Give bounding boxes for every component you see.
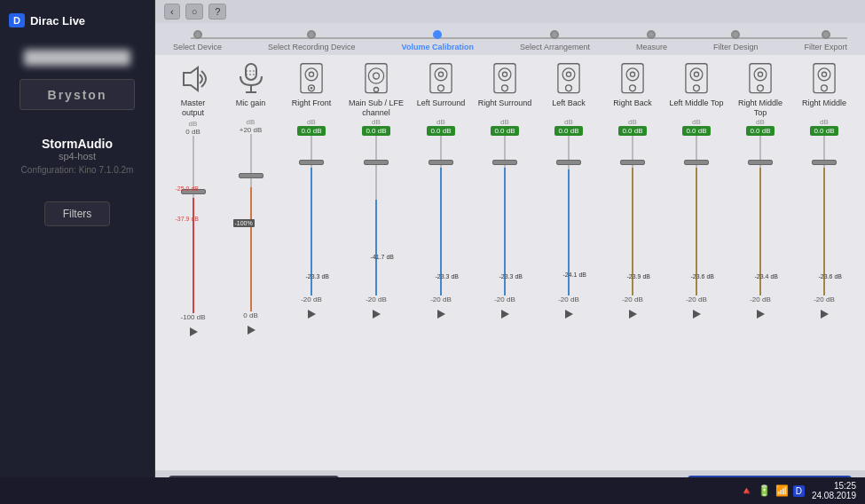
svg-point-41 [694, 72, 698, 76]
svg-marker-33 [565, 310, 573, 319]
svg-point-30 [562, 68, 575, 81]
svg-point-31 [566, 72, 570, 76]
step-dot-6 [731, 30, 740, 39]
mic-handle[interactable] [239, 173, 263, 178]
mic-bottom-db: 0 dB [243, 311, 257, 319]
step-select-device[interactable]: Select Device [173, 30, 222, 51]
right-middle-play[interactable] [819, 307, 830, 323]
sub-lfe-value: 0.0 dB [362, 126, 389, 136]
master-db-icon: dB [189, 120, 198, 128]
sub-lfe-speaker-icon [358, 61, 394, 97]
svg-point-27 [502, 85, 508, 91]
svg-point-9 [305, 68, 318, 81]
left-surround-name: Left Surround [417, 98, 466, 118]
left-surround-play[interactable] [436, 307, 446, 323]
step-measure[interactable]: Measure [636, 30, 667, 51]
right-middle-fader[interactable]: -23.6 dB [806, 136, 842, 295]
right-middle-top-icon [743, 61, 778, 97]
step-label-2: Select Recording Device [268, 43, 356, 51]
svg-point-52 [822, 85, 828, 91]
right-surround-play[interactable] [499, 307, 510, 323]
step-dot-3 [433, 30, 442, 39]
svg-point-16 [374, 73, 380, 79]
master-play[interactable] [188, 325, 199, 341]
left-middle-top-value: 0.0 dB [682, 126, 710, 136]
svg-point-15 [368, 68, 383, 83]
right-middle-top-fader[interactable]: -23.4 dB [743, 136, 778, 295]
svg-marker-13 [308, 310, 316, 319]
right-middle-top-value: 0.0 dB [746, 126, 774, 136]
left-back-play[interactable] [563, 307, 574, 323]
step-dot-2 [307, 30, 316, 39]
sub-lfe-fader[interactable]: -41.7 dB [358, 136, 394, 295]
master-speaker-icon [176, 61, 211, 97]
mic-fill [250, 187, 252, 311]
step-dot-1 [193, 30, 202, 39]
help-button[interactable]: ? [208, 4, 226, 20]
left-middle-top-fader[interactable]: -23.6 dB [679, 136, 714, 295]
right-back-value: 0.0 dB [618, 126, 646, 136]
right-back-play[interactable] [627, 307, 638, 323]
step-volume-calibration[interactable]: Volume Calibration [402, 30, 474, 51]
right-middle-top-play[interactable] [755, 307, 766, 323]
right-surround-name: Right Surround [478, 98, 532, 118]
mic-icon [233, 61, 269, 97]
home-button[interactable]: ○ [185, 4, 204, 20]
master-bottom-db: -100 dB [180, 313, 205, 321]
svg-point-35 [626, 68, 639, 81]
channel-right-surround: Right Surround dB 0.0 dB -23.3 dB -20 dB [473, 59, 537, 325]
left-back-name: Left Back [552, 98, 586, 118]
svg-marker-18 [373, 310, 381, 319]
main-content: ‹ ○ ? Select Device Select Recording Dev… [155, 0, 865, 504]
left-surround-fader[interactable]: -23.3 dB [423, 136, 459, 295]
svg-point-22 [438, 85, 444, 91]
svg-point-40 [690, 68, 703, 81]
sub-lfe-play[interactable] [371, 307, 381, 323]
left-middle-top-play[interactable] [691, 307, 702, 323]
channel-right-middle-top: Right Middle Top dB 0.0 dB -23.4 dB -20 … [728, 59, 792, 325]
step-label-7: Filter Export [804, 43, 847, 51]
svg-point-50 [818, 68, 830, 81]
svg-marker-53 [821, 310, 829, 319]
step-recording-device[interactable]: Select Recording Device [268, 30, 356, 51]
filters-button[interactable]: Filters [44, 201, 111, 226]
svg-point-37 [630, 85, 636, 91]
taskbar-icon-dirac: D [793, 485, 805, 497]
dirac-logo-badge: D [9, 13, 25, 28]
right-surround-fader[interactable]: -23.3 dB [487, 136, 523, 295]
back-button[interactable]: ‹ [164, 4, 180, 20]
channel-mic: Mic gain dB +20 dB -100% 0 dB [222, 59, 279, 341]
mic-fader-container[interactable]: -100% [233, 134, 269, 311]
step-label-3: Volume Calibration [402, 43, 474, 51]
sub-lfe-name: Main Sub / LFE channel [347, 98, 405, 118]
channel-left-middle-top: Left Middle Top dB 0.0 dB -23.6 dB -20 d… [664, 59, 728, 325]
step-label-6: Filter Design [713, 43, 759, 51]
channel-right-front: Right Front dB 0.0 dB -23.3 dB -20 dB [279, 59, 343, 325]
glow-bar [24, 50, 130, 66]
step-filter-export[interactable]: Filter Export [804, 30, 847, 51]
taskbar-icon-battery: 🔋 [758, 484, 771, 497]
right-front-fader[interactable]: -23.3 dB [294, 136, 329, 295]
taskbar-time: 15:25 24.08.2019 [812, 481, 856, 500]
app-title: Dirac Live [30, 14, 85, 28]
channel-sub-lfe: Main Sub / LFE channel dB 0.0 dB -41.7 d… [343, 59, 409, 325]
svg-marker-48 [757, 310, 765, 319]
topbar: ‹ ○ ? [155, 0, 865, 23]
svg-point-32 [566, 85, 572, 91]
svg-rect-2 [246, 64, 256, 80]
left-back-fader[interactable]: -24.1 dB [551, 136, 586, 295]
svg-point-42 [694, 85, 700, 91]
master-fader-container[interactable]: -25.0 dB -37.9 dB [176, 136, 211, 313]
mixer-area: Masteroutput dB 0 dB -25.0 dB -37.9 dB -… [155, 55, 865, 470]
right-front-speaker-icon [294, 61, 329, 97]
step-label-4: Select Arrangement [520, 43, 590, 51]
step-label-1: Select Device [173, 43, 222, 51]
mic-play[interactable] [246, 323, 256, 339]
step-select-arrangement[interactable]: Select Arrangement [520, 30, 590, 51]
right-back-icon [615, 61, 650, 97]
step-filter-design[interactable]: Filter Design [713, 30, 759, 51]
right-middle-name: Right Middle [802, 98, 846, 118]
right-back-fader[interactable]: -23.9 dB [615, 136, 650, 295]
svg-point-45 [754, 68, 767, 81]
right-front-play[interactable] [306, 307, 317, 323]
